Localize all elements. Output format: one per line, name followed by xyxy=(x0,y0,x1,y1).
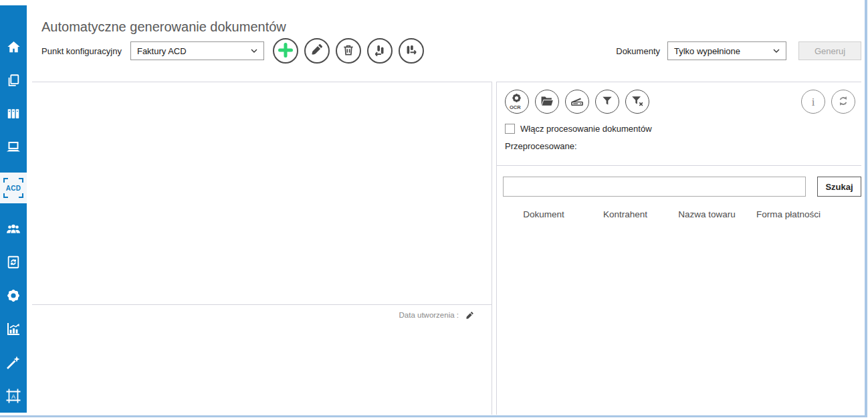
processing-icon-row: OCR xyxy=(505,90,855,114)
ocr-label: OCR xyxy=(510,104,521,110)
documents-select[interactable]: Tylko wypełnione xyxy=(667,41,786,60)
documents-label: Dokumenty xyxy=(616,46,660,56)
ocr-button[interactable]: OCR xyxy=(505,90,529,114)
import-config-button[interactable] xyxy=(367,38,393,64)
config-point-label: Punkt konfiguracyjny xyxy=(41,46,122,56)
sidebar-item-users[interactable] xyxy=(0,221,27,237)
plus-icon xyxy=(278,42,294,60)
search-row: Szukaj xyxy=(497,177,861,197)
config-point-select[interactable]: Faktury ACD xyxy=(130,41,264,60)
sidebar-item-documents[interactable] xyxy=(0,72,27,88)
results-table-header: Dokument Kontrahent Nazwa towaru Forma p… xyxy=(503,209,829,219)
sidebar-item-acd[interactable]: ACD xyxy=(0,173,27,203)
search-button[interactable]: Szukaj xyxy=(817,177,861,197)
column-header-kontrahent: Kontrahent xyxy=(584,209,666,219)
edit-creation-date-button[interactable] xyxy=(465,311,474,320)
users-icon xyxy=(5,221,21,237)
toolbar: Punkt konfiguracyjny Faktury ACD xyxy=(41,37,861,64)
svg-text:A: A xyxy=(11,393,15,400)
pencil-icon xyxy=(465,312,474,322)
text-layout-icon: A xyxy=(5,388,21,404)
processing-controls: OCR xyxy=(497,82,861,165)
scan-button[interactable] xyxy=(565,90,589,114)
search-input[interactable] xyxy=(503,177,806,197)
sidebar-item-workstation[interactable] xyxy=(0,139,27,155)
preprocessed-label: Przeprocesowane: xyxy=(505,141,855,151)
filter-icon xyxy=(601,94,614,110)
filter-button[interactable] xyxy=(595,90,619,114)
sidebar-item-settings[interactable] xyxy=(0,288,27,304)
window-border-bottom xyxy=(0,415,867,417)
chevron-down-icon xyxy=(773,49,780,54)
export-config-button[interactable] xyxy=(399,38,424,64)
home-icon xyxy=(6,39,21,55)
sidebar-item-home[interactable] xyxy=(0,39,27,55)
page-title: Automatyczne generowanie dokumentów xyxy=(41,19,286,35)
enable-processing-label: Włącz procesowanie dokumentów xyxy=(520,124,652,134)
open-file-button[interactable] xyxy=(535,90,559,114)
chevron-down-icon xyxy=(251,49,257,54)
scanner-icon xyxy=(570,94,584,110)
wand-icon xyxy=(5,354,21,371)
config-point-value: Faktury ACD xyxy=(137,46,187,56)
add-config-button[interactable] xyxy=(273,38,298,64)
repository-icon xyxy=(6,106,21,121)
bars-arrow-left-icon xyxy=(372,43,387,60)
sidebar-item-text-layout[interactable]: A xyxy=(0,388,27,404)
creation-date-label: Data utworzenia : xyxy=(399,311,459,319)
config-actions xyxy=(273,38,424,64)
reports-icon xyxy=(5,321,21,337)
sidebar-item-repository[interactable] xyxy=(0,106,27,122)
documents-select-value: Tylko wypełnione xyxy=(674,46,740,56)
bars-arrow-right-icon xyxy=(404,43,419,60)
filter-clear-button[interactable] xyxy=(625,90,649,114)
edit-config-button[interactable] xyxy=(304,38,330,64)
column-header-nazwa-towaru: Nazwa towaru xyxy=(666,209,748,219)
enable-processing-row[interactable]: Włącz procesowanie dokumentów xyxy=(505,124,855,134)
ocr-icon: OCR xyxy=(509,94,525,110)
results-section: Szukaj Dokument Kontrahent Nazwa towaru … xyxy=(497,165,861,219)
filter-clear-icon xyxy=(630,94,645,110)
sidebar: ACD A xyxy=(0,5,27,413)
acd-label: ACD xyxy=(6,185,21,192)
processing-pane: OCR xyxy=(496,82,861,415)
sidebar-item-wand[interactable] xyxy=(0,354,27,371)
trash-icon xyxy=(342,43,355,59)
open-folder-icon xyxy=(540,94,554,110)
settings-icon xyxy=(5,288,21,304)
column-header-forma-platnosci: Forma płatności xyxy=(748,209,829,219)
delete-config-button[interactable] xyxy=(336,38,361,64)
enable-processing-checkbox[interactable] xyxy=(505,124,515,134)
info-icon: i xyxy=(812,96,815,108)
refresh-icon xyxy=(837,94,850,110)
document-flow-icon xyxy=(6,255,21,270)
info-button[interactable]: i xyxy=(801,90,825,114)
sidebar-item-reports[interactable] xyxy=(0,321,27,337)
workstation-icon xyxy=(5,139,21,155)
pencil-icon xyxy=(310,43,324,59)
column-header-dokument: Dokument xyxy=(503,209,584,219)
document-viewer xyxy=(32,82,492,304)
sidebar-item-document-flow[interactable] xyxy=(0,254,27,270)
refresh-button[interactable] xyxy=(831,90,855,114)
acd-icon: ACD xyxy=(3,178,23,198)
window-border-right xyxy=(865,0,867,417)
documents-icon xyxy=(6,73,21,88)
generate-button[interactable]: Generuj xyxy=(798,41,861,60)
document-metadata: Data utworzenia : xyxy=(32,304,492,415)
document-preview-pane: Data utworzenia : xyxy=(32,82,492,415)
